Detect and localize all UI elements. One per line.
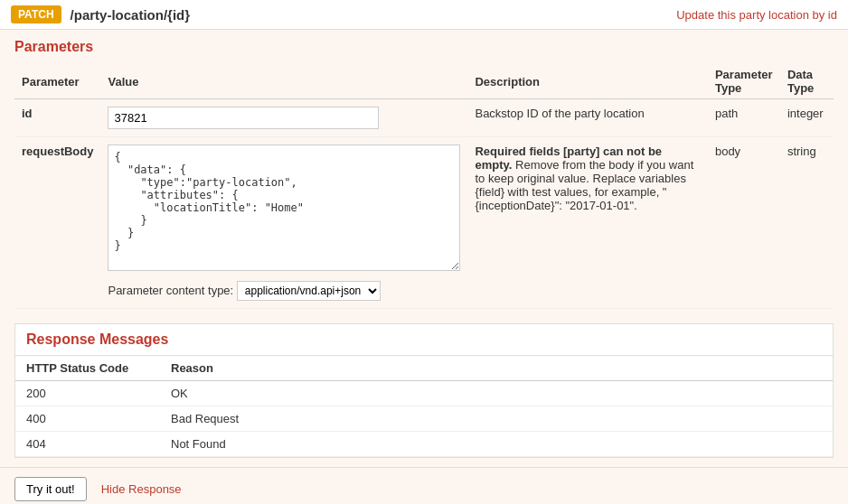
param-name-id: id bbox=[22, 107, 33, 120]
top-bar: PATCH /party-location/{id} Update this p… bbox=[0, 0, 848, 30]
update-link[interactable]: Update this party location by id bbox=[676, 8, 837, 22]
param-value-id-input[interactable] bbox=[108, 107, 379, 129]
table-row: requestBody { "data": { "type":"party-lo… bbox=[14, 137, 834, 309]
table-row: id Backstop ID of the party location pat… bbox=[14, 99, 834, 137]
col-param-type: Parameter Type bbox=[708, 64, 780, 99]
status-code-200: 200 bbox=[15, 381, 160, 406]
col-data-type: Data Type bbox=[780, 64, 834, 99]
endpoint-path: /party-location/{id} bbox=[71, 7, 191, 23]
param-name-requestbody: requestBody bbox=[22, 145, 93, 158]
col-description: Description bbox=[467, 64, 707, 99]
data-type-id: integer bbox=[787, 107, 824, 120]
table-row: 200 OK bbox=[15, 381, 833, 406]
param-desc-id: Backstop ID of the party location bbox=[475, 107, 644, 120]
param-type-requestbody: body bbox=[715, 145, 740, 158]
col-reason: Reason bbox=[160, 356, 833, 381]
data-type-requestbody: string bbox=[787, 145, 816, 158]
response-messages-table: HTTP Status Code Reason 200 OK 400 Bad R… bbox=[15, 356, 833, 457]
table-row: 400 Bad Request bbox=[15, 406, 833, 432]
parameters-table: Parameter Value Description Parameter Ty… bbox=[14, 64, 834, 309]
parameters-title: Parameters bbox=[14, 39, 834, 55]
status-code-400: 400 bbox=[15, 406, 160, 432]
method-badge: PATCH bbox=[11, 5, 61, 23]
textarea-wrapper: { "data": { "type":"party-location", "at… bbox=[108, 145, 460, 274]
try-it-button[interactable]: Try it out! bbox=[14, 477, 87, 501]
param-value-requestbody-textarea[interactable]: { "data": { "type":"party-location", "at… bbox=[108, 145, 460, 271]
col-parameter: Parameter bbox=[14, 64, 100, 99]
param-desc-requestbody: Required fields [party] can not be empty… bbox=[475, 145, 693, 212]
reason-400: Bad Request bbox=[160, 406, 833, 432]
param-type-id: path bbox=[715, 107, 738, 120]
hide-response-link[interactable]: Hide Response bbox=[101, 482, 182, 496]
reason-200: OK bbox=[160, 381, 833, 406]
col-status-code: HTTP Status Code bbox=[15, 356, 160, 381]
content-type-label: Parameter content type: bbox=[108, 284, 233, 297]
content-type-select[interactable]: application/vnd.api+json bbox=[237, 281, 381, 301]
status-code-404: 404 bbox=[15, 432, 160, 457]
table-row: 404 Not Found bbox=[15, 432, 833, 457]
content-type-row: Parameter content type: application/vnd.… bbox=[108, 281, 460, 301]
main-content: Parameters Parameter Value Description P… bbox=[0, 30, 848, 467]
reason-404: Not Found bbox=[160, 432, 833, 457]
response-messages-title: Response Messages bbox=[15, 324, 833, 356]
col-value: Value bbox=[100, 64, 467, 99]
response-messages-section: Response Messages HTTP Status Code Reaso… bbox=[14, 323, 834, 458]
bottom-bar: Try it out! Hide Response bbox=[0, 467, 848, 504]
